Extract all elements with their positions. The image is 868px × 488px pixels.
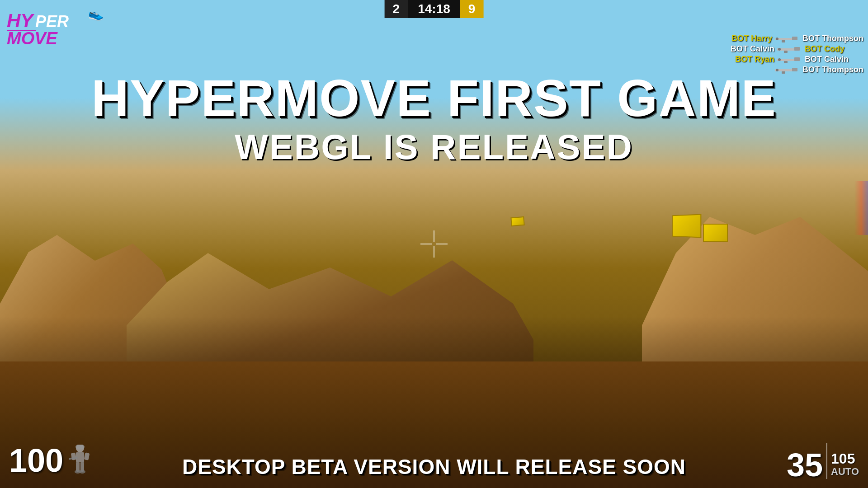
svg-text:HY: HY [7,10,35,31]
crosshair-vertical-bottom [434,246,434,258]
score-row-2: BOT Calvin BOT Cody [713,44,863,54]
score-name-thompson-1: BOT Thompson [802,34,863,43]
svg-point-12 [778,48,781,51]
title-line1: HYPERMOVE FIRST GAME [0,72,868,124]
yellow-box-2 [703,224,728,242]
scoreboard: BOT Harry BOT Thompson BOT Calvin BOT Co… [713,34,863,75]
svg-text:👟: 👟 [88,6,104,21]
crosshair-horizontal-right [436,244,448,244]
svg-point-30 [79,470,85,474]
svg-rect-25 [84,452,90,460]
svg-rect-7 [782,40,785,42]
crosshair-vertical-top [434,230,434,242]
score-name-harry: BOT Harry [713,34,772,43]
svg-rect-18 [792,68,797,71]
health-number: 100 [9,442,63,479]
bottom-left-hud: 100 [9,442,93,479]
logo-svg: HY MOVE PER 👟 [5,5,113,45]
score-team1: 2 [385,0,408,18]
svg-rect-14 [794,57,800,61]
crosshair-horizontal [420,244,432,244]
gun-icon-1 [775,35,800,43]
yellow-box-1 [672,214,701,238]
svg-point-16 [778,58,781,61]
svg-rect-15 [784,61,788,63]
bottom-center-hud: DESKTOP BETA VERSION WILL RELEASE SOON [182,455,686,479]
beta-text: DESKTOP BETA VERSION WILL RELEASE SOON [182,455,686,479]
top-hud: 2 14:18 9 [385,0,484,18]
bottom-right-hud: 35 105 AUTO [787,443,859,481]
score-row-1: BOT Harry BOT Thompson [713,34,863,43]
soldier-icon [68,445,93,476]
crosshair [420,230,448,258]
svg-point-8 [776,38,778,40]
score-row-3: BOT Ryan BOT Calvin [713,55,863,64]
svg-text:PER: PER [35,12,69,31]
ammo-divider [826,443,827,479]
svg-text:MOVE: MOVE [7,29,58,45]
gun-icon-2 [777,45,802,53]
main-title: HYPERMOVE FIRST GAME WEBGL IS RELEASED [0,72,868,168]
svg-rect-11 [784,51,788,53]
ammo-type: AUTO [831,466,859,478]
glitch-overlay [854,181,868,235]
svg-rect-6 [792,37,797,40]
yellow-box-3 [510,216,525,227]
score-name-calvin-1: BOT Calvin [716,44,774,54]
ammo-reserve-container: 105 AUTO [831,451,859,481]
ammo-reserve: 105 [831,451,855,466]
gun-icon-3 [777,56,802,64]
score-name-cody: BOT Cody [805,44,863,54]
title-line2: WEBGL IS RELEASED [0,127,868,168]
logo: HY MOVE PER 👟 [5,5,113,47]
score-team2: 9 [460,0,484,18]
game-timer: 14:18 [408,0,460,18]
svg-rect-10 [794,47,800,51]
score-name-ryan: BOT Ryan [716,55,774,64]
ammo-current: 35 [787,449,823,481]
score-name-calvin-2: BOT Calvin [805,55,863,64]
